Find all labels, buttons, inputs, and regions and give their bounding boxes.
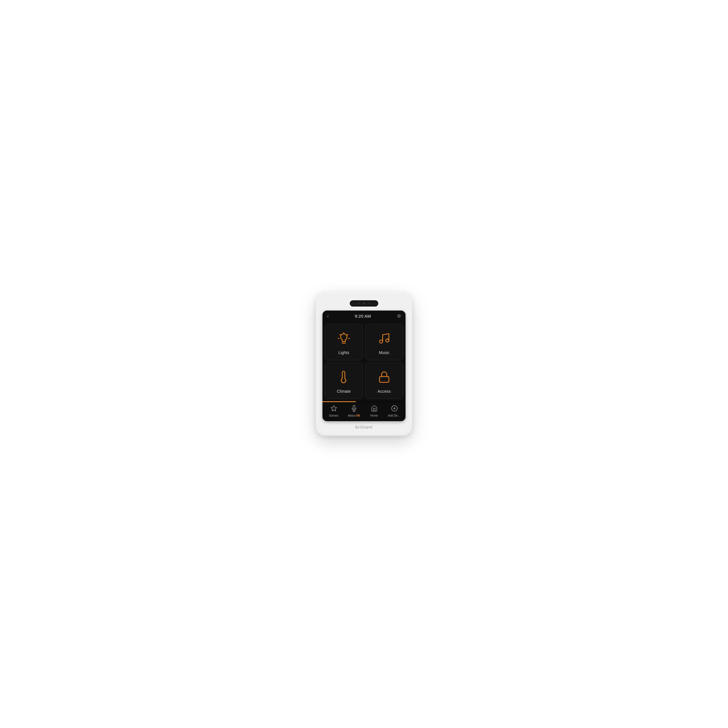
camera-dot-center — [362, 302, 366, 305]
nav-add-device[interactable]: Add De… — [384, 405, 404, 417]
access-tile[interactable]: Access — [365, 362, 403, 399]
status-bar: ‹ 9:20 AM ⚙ — [323, 310, 405, 322]
settings-icon[interactable]: ⚙ — [397, 314, 401, 319]
music-icon — [378, 332, 390, 346]
alexa-nav-label: Alexa ON — [348, 414, 360, 417]
add-device-nav-label: Add De… — [388, 414, 401, 417]
bottom-nav: Scenes Alexa ON — [323, 402, 405, 421]
climate-label: Climate — [337, 389, 351, 393]
lock-icon — [378, 371, 390, 385]
music-tile[interactable]: Music — [365, 324, 403, 360]
mic-icon — [351, 405, 358, 413]
svg-line-1 — [347, 334, 348, 335]
thermometer-icon — [338, 371, 350, 385]
camera-bar — [350, 300, 378, 307]
climate-tile[interactable]: Climate — [325, 362, 363, 399]
home-nav-label: Home — [370, 414, 378, 417]
camera-dot-left — [358, 302, 360, 304]
svg-line-3 — [340, 334, 341, 335]
tiles-grid: Lights Music — [323, 322, 405, 401]
lightbulb-icon — [338, 332, 350, 346]
scenes-nav-label: Scenes — [329, 414, 338, 417]
brand-name: brilliant — [355, 425, 373, 430]
music-label: Music — [379, 350, 390, 355]
time-display: 9:20 AM — [355, 314, 371, 318]
access-label: Access — [378, 389, 391, 393]
nav-alexa[interactable]: Alexa ON — [344, 405, 364, 417]
svg-marker-8 — [331, 405, 337, 411]
device-screen: ‹ 9:20 AM ⚙ Lights — [323, 310, 405, 421]
nav-home[interactable]: Home — [364, 405, 384, 417]
lights-label: Lights — [338, 350, 350, 355]
brilliant-device: ‹ 9:20 AM ⚙ Lights — [316, 292, 412, 436]
brand-bar: brilliant — [355, 421, 373, 430]
nav-scenes[interactable]: Scenes — [324, 405, 344, 417]
star-icon — [330, 405, 337, 413]
camera-dot-right — [368, 302, 370, 304]
svg-rect-7 — [380, 376, 389, 382]
svg-point-5 — [380, 340, 383, 343]
lights-tile[interactable]: Lights — [325, 324, 363, 360]
plus-circle-icon — [391, 405, 398, 413]
back-button[interactable]: ‹ — [327, 314, 329, 318]
svg-point-6 — [386, 339, 389, 342]
home-icon — [371, 405, 378, 413]
